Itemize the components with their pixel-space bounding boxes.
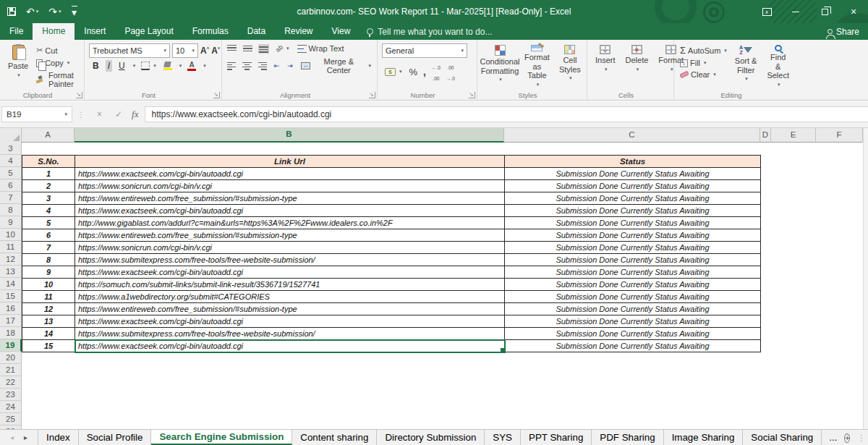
sheet-tab-social-profile[interactable]: Social Profile [79,430,152,445]
cell-a17[interactable]: 13 [22,315,75,328]
share-button[interactable]: Share [822,23,865,40]
cell-a11[interactable]: 7 [22,242,75,254]
clipboard-dialog-launcher[interactable]: ↘ [76,92,82,98]
cell-b10[interactable]: https://www.entireweb.com/free_submissio… [75,229,505,242]
cell-a19[interactable]: 15 [22,340,75,352]
underline-dropdown-caret[interactable]: ▾ [133,63,136,69]
paste-button[interactable]: Paste ▾ [4,43,32,89]
cell-a9[interactable]: 5 [22,217,75,229]
find-select-button[interactable]: Find & Select▾ [763,43,793,89]
cell-a6[interactable]: 2 [22,180,75,192]
font-color-button[interactable]: A [186,61,197,72]
increase-decimal-button[interactable]: ←.0 .00 [432,61,441,82]
column-header-c[interactable]: C [504,128,760,143]
ribbon-tab-insert[interactable]: Insert [75,23,115,40]
ribbon-tab-formulas[interactable]: Formulas [183,23,238,40]
new-sheet-button[interactable]: + [844,432,850,443]
conditional-formatting-button[interactable]: Conditional Formatting▾ [482,43,518,89]
row-header-15[interactable]: 15 [0,290,22,302]
sheet-nav-left-arrow[interactable]: ◂ [10,433,14,441]
font-size-select[interactable]: 10▾ [172,43,198,58]
alignment-dialog-launcher[interactable]: ↘ [369,92,375,98]
delete-cells-button[interactable]: ×Delete▾ [622,43,652,89]
cell-c17[interactable]: Submission Done Currently Status Awaitin… [505,315,761,328]
more-sheets-button[interactable]: ... [829,432,837,443]
cell-b5[interactable]: https://www.exactseek.com/cgi-bin/autoad… [75,168,505,180]
cell-c15[interactable]: Submission Done Currently Status Awaitin… [505,291,761,303]
cell-b11[interactable]: https://www.sonicrun.com/cgi-bin/v.cgi [75,242,505,254]
sheet-tab-pdf-sharing[interactable]: PDF Sharing [592,430,663,445]
cell-c10[interactable]: Submission Done Currently Status Awaitin… [505,229,761,242]
merge-center-button[interactable]: ↔Merge & Center▾ [299,56,373,75]
insert-cells-button[interactable]: ←Insert▾ [592,43,619,89]
cell-c8[interactable]: Submission Done Currently Status Awaitin… [505,205,761,217]
customize-qat-button[interactable]: ▾ [72,6,77,17]
cell-b18[interactable]: https://www.submitexpress.com/free-tools… [75,328,505,340]
cell-styles-button[interactable]: Cell Styles▾ [556,43,584,89]
column-header-e[interactable]: E [771,128,816,143]
font-name-select[interactable]: Trebuchet MS▾ [89,43,170,58]
row-header-18[interactable]: 18 [0,327,22,339]
header-sno[interactable]: S.No. [22,156,75,168]
format-painter-button[interactable]: Format Painter [35,70,80,89]
name-box[interactable]: B19▾ [1,106,72,122]
row-header-25[interactable]: 25 [0,413,22,425]
column-header-f[interactable]: F [816,128,863,143]
align-right-button[interactable] [258,62,268,71]
sheet-nav-right-arrow[interactable]: ▸ [24,433,27,441]
cell-a16[interactable]: 12 [22,303,75,315]
row-header-19[interactable]: 19 [0,339,22,352]
cell-c19[interactable]: Submission Done Currently Status Awaitin… [505,340,761,352]
ribbon-tab-home[interactable]: Home [33,23,75,40]
clear-button[interactable]: Clear▾ [678,69,728,80]
cell-c5[interactable]: Submission Done Currently Status Awaitin… [505,168,761,180]
cell-a18[interactable]: 14 [22,328,75,340]
row-header-13[interactable]: 13 [0,266,22,278]
cell-b13[interactable]: https://www.exactseek.com/cgi-bin/autoad… [75,266,505,279]
ribbon-tab-file[interactable]: File [0,23,33,40]
insert-function-button[interactable]: fx [129,109,145,120]
header-status[interactable]: Status [505,156,761,168]
row-header-14[interactable]: 14 [0,278,22,290]
row-header-11[interactable]: 11 [0,241,22,253]
autosum-button[interactable]: ΣAutoSum▾ [678,44,728,56]
tell-me-box[interactable]: Tell me what you want to do... [359,23,499,40]
row-header-6[interactable]: 6 [0,179,22,192]
close-button[interactable]: × [839,0,868,23]
font-color-caret[interactable]: ▾ [203,63,206,69]
fill-color-caret[interactable]: ▾ [179,63,182,69]
cell-b14[interactable]: https://somuch.com/submit-links/submit-l… [75,279,505,291]
align-center-button[interactable] [242,62,252,71]
cell-a10[interactable]: 6 [22,229,75,242]
sheet-tab-social-sharing[interactable]: Social Sharing [743,430,822,445]
format-as-table-button[interactable]: Format as Table▾ [521,43,553,89]
row-header-20[interactable]: 20 [0,352,22,364]
restore-button[interactable] [810,0,839,23]
column-header-a[interactable]: A [22,128,75,143]
redo-button[interactable]: ↷▾ [48,6,61,17]
sheet-tab-sys[interactable]: SYS [485,430,521,445]
row-header-23[interactable]: 23 [0,389,22,401]
increase-indent-button[interactable]: ⇥ [286,62,294,70]
cell-a14[interactable]: 10 [22,279,75,291]
cell-b6[interactable]: https://www.sonicrun.com/cgi-bin/v.cgi [75,180,505,192]
bold-button[interactable]: B [90,60,101,72]
cell-a8[interactable]: 4 [22,205,75,217]
number-format-select[interactable]: General▾ [382,43,467,58]
number-dialog-launcher[interactable]: ↘ [469,92,475,98]
row-header-21[interactable]: 21 [0,364,22,376]
decrease-font-size-button[interactable]: A˅ [211,46,220,56]
row-header-22[interactable]: 22 [0,376,22,389]
row-header-7[interactable]: 7 [0,192,22,204]
enter-entry-button[interactable]: ✓ [109,109,129,119]
decrease-indent-button[interactable]: ⇤ [273,62,281,70]
formula-input[interactable]: https://www.exactseek.com/cgi-bin/autoad… [145,106,868,122]
cancel-entry-button[interactable]: × [90,109,109,119]
row-header-24[interactable]: 24 [0,401,22,413]
comma-style-button[interactable]: , [423,66,426,77]
fill-button[interactable]: ↓Fill▾ [678,58,728,68]
increase-font-size-button[interactable]: A˄ [200,46,209,56]
decrease-decimal-button[interactable]: .00 →.0 [446,61,455,82]
ribbon-tab-review[interactable]: Review [275,23,322,40]
copy-button[interactable]: Copy▾ [35,58,80,68]
